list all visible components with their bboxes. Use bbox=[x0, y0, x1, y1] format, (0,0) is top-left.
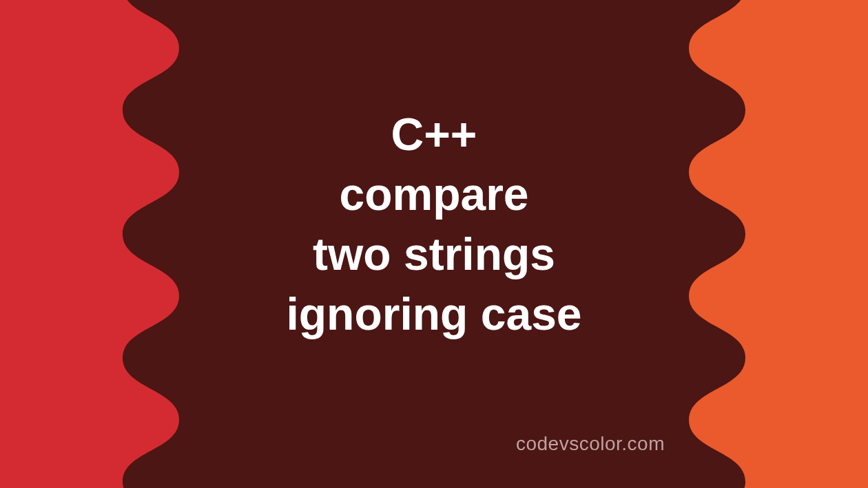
left-background bbox=[0, 0, 220, 488]
right-background bbox=[648, 0, 868, 488]
title-line-1: C++ bbox=[286, 105, 581, 165]
watermark-text: codevscolor.com bbox=[516, 433, 665, 455]
banner-title: C++ compare two strings ignoring case bbox=[286, 105, 581, 344]
title-line-4: ignoring case bbox=[286, 284, 581, 344]
title-line-2: compare bbox=[286, 165, 581, 224]
title-line-3: two strings bbox=[286, 224, 581, 284]
banner-card: C++ compare two strings ignoring case co… bbox=[0, 0, 868, 488]
